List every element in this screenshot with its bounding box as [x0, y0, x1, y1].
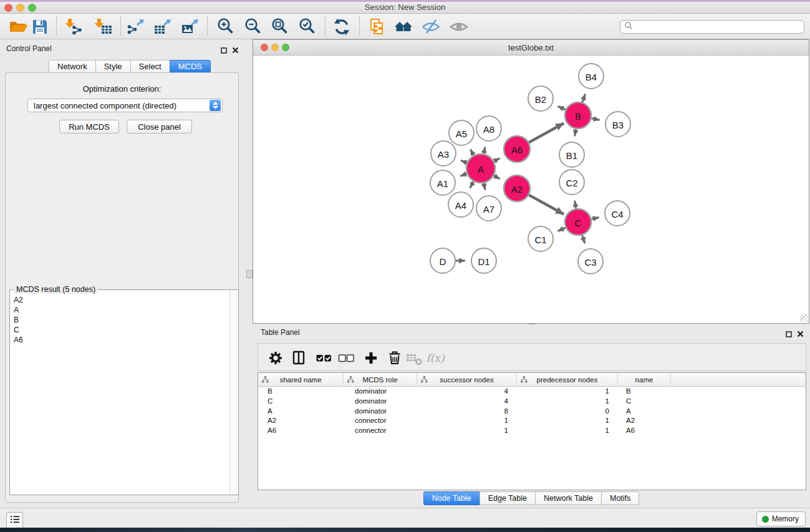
node-B[interactable]: B [565, 102, 591, 128]
node-C3[interactable]: C3 [578, 249, 603, 274]
import-network-icon[interactable] [62, 15, 86, 39]
edge-C-C4[interactable] [591, 218, 599, 220]
node-A2[interactable]: A2 [504, 175, 530, 201]
result-scrollbar[interactable] [229, 291, 238, 494]
network-window-titlebar[interactable]: testGlobe.txt [253, 40, 809, 56]
node-A[interactable]: A [466, 154, 495, 183]
node-A7[interactable]: A7 [476, 196, 501, 221]
node-C2[interactable]: C2 [559, 170, 584, 195]
tab-edge-table[interactable]: Edge Table [480, 491, 536, 505]
table-row[interactable]: Adominator80A [258, 407, 806, 417]
task-history-button[interactable] [6, 512, 23, 529]
tab-style[interactable]: Style [95, 60, 131, 73]
node-B1[interactable]: B1 [559, 142, 584, 167]
zoom-out-icon[interactable] [241, 15, 265, 39]
save-session-icon[interactable] [28, 15, 52, 39]
export-image-icon[interactable] [178, 15, 202, 39]
select-all-rows-icon[interactable] [312, 347, 335, 369]
edge-A-A1[interactable] [460, 173, 466, 176]
node-C4[interactable]: C4 [605, 201, 630, 226]
resize-grip-icon[interactable] [800, 314, 808, 322]
node-A6[interactable]: A6 [504, 136, 530, 162]
edge-A6-B[interactable] [529, 123, 564, 143]
deselect-all-rows-icon[interactable] [335, 347, 357, 369]
delete-table-icon[interactable] [403, 347, 426, 369]
node-D[interactable]: D [430, 248, 455, 273]
duplicate-network-icon[interactable] [365, 15, 389, 39]
node-A1[interactable]: A1 [430, 170, 455, 195]
column-header-shared-name[interactable]: shared name [258, 373, 344, 387]
show-all-network-views-icon[interactable] [392, 15, 415, 39]
float-table-panel-icon[interactable] [786, 329, 792, 340]
search-box[interactable] [620, 20, 804, 34]
edge-B-B2[interactable] [557, 106, 566, 110]
export-table-icon[interactable] [151, 15, 175, 39]
tab-network-table[interactable]: Network Table [535, 491, 602, 505]
edge-A-A5[interactable] [470, 149, 473, 155]
open-session-icon[interactable] [7, 15, 31, 39]
run-mcds-button[interactable]: Run MCDS [59, 120, 119, 133]
memory-button[interactable]: Memory [756, 511, 806, 526]
mcds-result-item[interactable]: C [11, 325, 229, 335]
zoom-fit-icon[interactable] [268, 15, 292, 39]
node-C[interactable]: C [565, 209, 591, 235]
criterion-select[interactable]: largest connected component (directed) [27, 99, 223, 112]
mcds-result-item[interactable]: A2 [11, 295, 229, 305]
vertical-splitter-handle[interactable] [246, 270, 253, 278]
mcds-result-item[interactable]: A [11, 305, 229, 315]
show-hidden-icon[interactable] [447, 15, 471, 39]
table-row[interactable]: Bdominator41B [258, 387, 806, 397]
column-layout-icon[interactable] [287, 347, 310, 369]
tab-select[interactable]: Select [130, 60, 170, 73]
mcds-result-list[interactable]: A2ABCA6 [11, 295, 229, 494]
node-A5[interactable]: A5 [449, 120, 474, 145]
edge-B-B4[interactable] [582, 94, 586, 102]
node-A3[interactable]: A3 [431, 141, 456, 166]
close-panel-button[interactable]: Close panel [127, 120, 192, 133]
float-panel-icon[interactable] [221, 45, 227, 56]
zoom-in-icon[interactable] [214, 15, 238, 39]
edge-A-A3[interactable] [461, 160, 467, 163]
tab-node-table[interactable]: Node Table [423, 491, 480, 505]
table-row[interactable]: A6connector11A6 [258, 426, 806, 436]
network-canvas[interactable]: B4B2BB3A8A5A6A3B1AC2A1A2A4A7C4CC1C3DD1 [253, 56, 809, 323]
edge-A-A2[interactable] [494, 176, 500, 179]
add-column-icon[interactable] [360, 347, 382, 369]
tab-motifs[interactable]: Motifs [601, 491, 639, 505]
edge-A-A4[interactable] [470, 181, 473, 188]
import-table-icon[interactable] [92, 15, 115, 39]
node-B2[interactable]: B2 [528, 86, 553, 111]
table-row[interactable]: A2connector11A2 [258, 416, 806, 426]
edge-B-B3[interactable] [591, 118, 599, 120]
mcds-result-item[interactable]: B [11, 315, 229, 325]
node-B4[interactable]: B4 [579, 64, 604, 89]
close-table-panel-icon[interactable] [797, 329, 804, 340]
edge-C-C3[interactable] [582, 235, 585, 243]
column-header-name[interactable]: name [618, 373, 671, 387]
edge-B-B1[interactable] [575, 129, 576, 137]
close-panel-icon[interactable] [232, 45, 239, 56]
edge-C-C2[interactable] [575, 201, 576, 209]
tab-mcds[interactable]: MCDS [170, 60, 211, 73]
edge-A-A6[interactable] [494, 158, 499, 162]
node-A8[interactable]: A8 [476, 116, 501, 141]
mcds-result-item[interactable]: A6 [11, 335, 229, 345]
function-builder-button[interactable]: f(x) [424, 347, 446, 369]
node-B3[interactable]: B3 [605, 112, 630, 137]
table-settings-icon[interactable] [264, 347, 287, 369]
column-header-predecessor-nodes[interactable]: predecessor nodes [517, 373, 618, 387]
delete-column-icon[interactable] [383, 347, 406, 369]
table-row[interactable]: Cdominator41C [258, 397, 806, 407]
column-header-successor-nodes[interactable]: successor nodes [417, 373, 517, 387]
edge-C-C1[interactable] [557, 228, 566, 231]
node-A4[interactable]: A4 [448, 192, 473, 217]
zoom-selected-icon[interactable] [296, 15, 319, 39]
edge-A-A7[interactable] [484, 183, 485, 190]
search-input[interactable] [633, 21, 804, 32]
edge-A2-C[interactable] [529, 195, 564, 215]
tab-network[interactable]: Network [49, 60, 96, 73]
node-D1[interactable]: D1 [471, 248, 496, 273]
column-header-mcds-role[interactable]: MCDS role [344, 373, 417, 387]
refresh-view-icon[interactable] [330, 15, 354, 39]
hide-selected-icon[interactable] [419, 15, 443, 39]
